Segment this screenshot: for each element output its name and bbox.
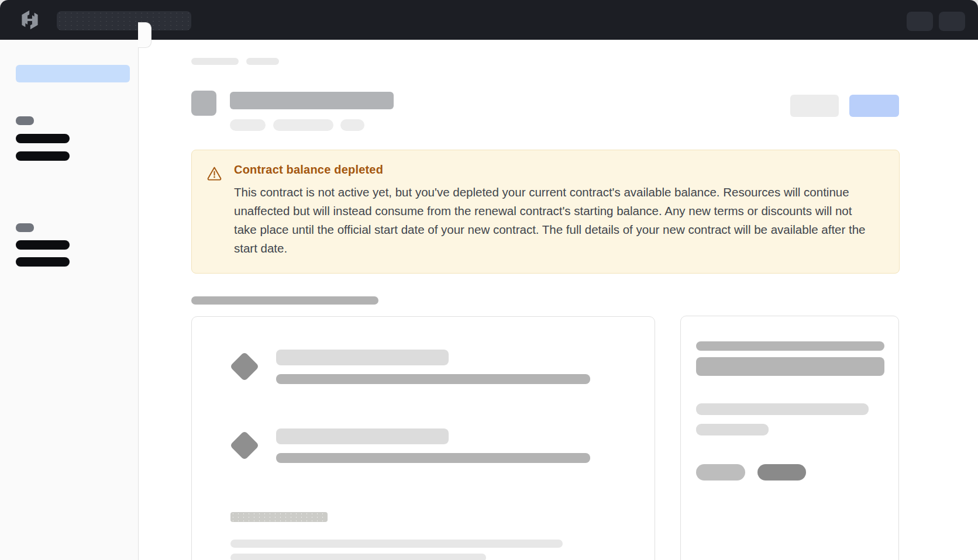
sidebar-active-item[interactable] xyxy=(16,65,130,82)
timeline-card xyxy=(191,316,655,560)
page-icon-placeholder xyxy=(191,91,216,116)
breadcrumb-item[interactable] xyxy=(246,58,279,65)
section-title-placeholder xyxy=(191,296,378,305)
hashicorp-logo-icon[interactable] xyxy=(20,10,40,30)
card-footer-text-placeholder xyxy=(230,540,563,548)
warning-alert: Contract balance depleted This contract … xyxy=(191,150,900,274)
topbar-icon-button-2[interactable] xyxy=(939,12,965,31)
sidebar-nav-item[interactable] xyxy=(16,257,70,267)
warning-triangle-icon xyxy=(206,165,222,181)
secondary-button[interactable] xyxy=(790,95,839,117)
sidebar-collapse-handle[interactable] xyxy=(138,22,151,48)
alert-body: This contract is not active yet, but you… xyxy=(234,183,874,258)
page-badge xyxy=(230,119,266,131)
card-pill-button[interactable] xyxy=(757,464,806,481)
summary-card xyxy=(680,316,899,560)
card-pill-button[interactable] xyxy=(696,464,745,481)
timeline-item-text-placeholder xyxy=(276,374,590,384)
summary-text-placeholder xyxy=(696,403,869,415)
sidebar-nav-item[interactable] xyxy=(16,134,70,143)
sidebar-section-label-2 xyxy=(16,223,34,232)
breadcrumb-item[interactable] xyxy=(191,58,239,65)
card-footer-text-placeholder xyxy=(230,554,486,560)
sidebar xyxy=(0,40,139,560)
alert-title: Contract balance depleted xyxy=(234,163,884,177)
diamond-icon xyxy=(230,431,260,461)
main-content: Contract balance depleted This contract … xyxy=(139,40,978,560)
topbar-search-placeholder[interactable] xyxy=(57,11,191,30)
sidebar-section-label-1 xyxy=(16,116,34,125)
topbar-icon-button-1[interactable] xyxy=(907,12,933,31)
summary-title-placeholder xyxy=(696,341,884,351)
timeline-item-title-placeholder xyxy=(276,350,449,365)
timeline-item-text-placeholder xyxy=(276,453,590,463)
sidebar-nav-item[interactable] xyxy=(16,240,70,250)
primary-button[interactable] xyxy=(849,95,899,117)
sidebar-nav-item[interactable] xyxy=(16,151,70,161)
timeline-item-title-placeholder xyxy=(276,428,449,444)
diamond-icon xyxy=(230,352,260,382)
summary-value-placeholder xyxy=(696,357,884,376)
app-window: Contract balance depleted This contract … xyxy=(0,0,978,560)
summary-text-placeholder xyxy=(696,424,769,435)
page-badge xyxy=(340,119,364,131)
page-title-placeholder xyxy=(230,92,394,109)
page-badge xyxy=(273,119,333,131)
card-link-placeholder[interactable] xyxy=(230,512,328,522)
